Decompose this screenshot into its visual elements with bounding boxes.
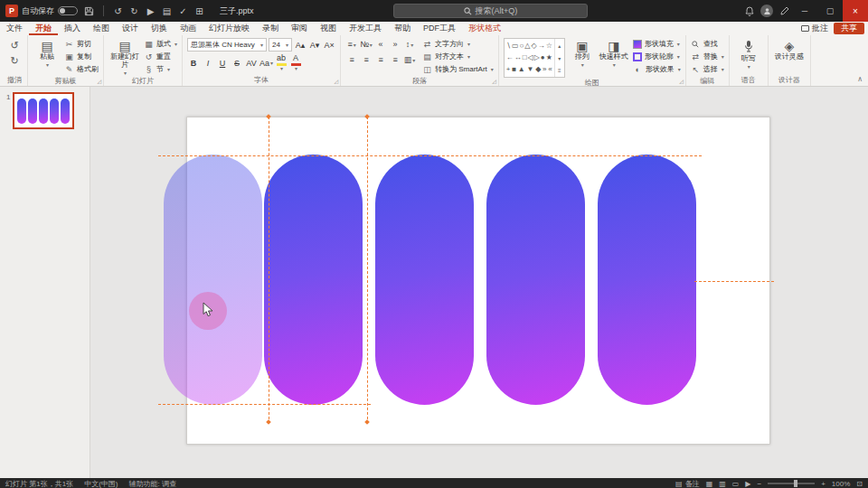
align-text-button[interactable]: ▤对齐文本 <box>422 51 494 62</box>
ribbon-tab[interactable]: 帮助 <box>388 22 417 35</box>
zoom-slider-thumb[interactable] <box>794 480 797 487</box>
strikethrough-button[interactable]: S <box>231 57 243 70</box>
ribbon-display-options-icon[interactable] <box>777 4 792 19</box>
notes-button[interactable]: ▤ 备注 <box>675 479 700 488</box>
shape-fill-button[interactable]: 形状填充 <box>633 38 681 50</box>
notifications-bell-icon[interactable] <box>741 4 757 19</box>
qat-button[interactable]: ⊞ <box>192 4 207 19</box>
quick-styles-button[interactable]: ◨ 快速样式 <box>599 38 628 68</box>
copy-button[interactable]: ▣复制 <box>64 51 99 62</box>
language-indicator[interactable]: 中文(中国) <box>84 479 118 488</box>
underline-button[interactable]: U <box>216 57 229 70</box>
replace-button[interactable]: ⇄替换 <box>691 51 724 62</box>
shape-icon[interactable]: □ <box>523 54 527 61</box>
reading-view-button[interactable]: ▭ <box>732 480 740 488</box>
ribbon-tab[interactable]: 绘图 <box>87 22 116 35</box>
ribbon-tab[interactable]: 插入 <box>58 22 87 35</box>
select-button[interactable]: ↖选择 <box>691 63 724 75</box>
gallery-scroll-down-icon[interactable]: ▾ <box>558 55 561 61</box>
shape-icon[interactable]: ● <box>541 54 545 61</box>
zoom-slider[interactable] <box>768 483 815 484</box>
font-size-combo[interactable]: 24 <box>269 38 292 52</box>
bold-button[interactable]: B <box>187 57 200 70</box>
slide-sorter-view-button[interactable]: ▥ <box>719 480 726 488</box>
save-icon[interactable] <box>81 4 97 19</box>
pill-shape-dragging[interactable] <box>164 155 262 405</box>
share-button[interactable]: 共享 <box>834 23 864 34</box>
undo-button[interactable]: ↺ <box>6 38 23 52</box>
shape-icon[interactable]: ◆ <box>535 66 541 73</box>
ribbon-tab[interactable]: 视图 <box>314 22 343 35</box>
ribbon-tab[interactable]: PDF工具 <box>417 22 462 35</box>
bullets-button[interactable]: ≡ <box>345 38 358 51</box>
italic-button[interactable]: I <box>202 57 214 70</box>
format-painter-button[interactable]: ✎格式刷 <box>64 63 99 75</box>
shape-icon[interactable]: △ <box>524 42 530 50</box>
shape-icon[interactable]: ◁ <box>528 54 533 61</box>
ribbon-tab[interactable]: 录制 <box>256 22 285 35</box>
shape-icon[interactable]: ▼ <box>527 66 534 73</box>
shape-icon[interactable]: + <box>506 66 511 73</box>
ribbon-tab[interactable]: 动画 <box>174 22 203 35</box>
shape-icon[interactable]: ∖ <box>506 42 511 50</box>
ribbon-tab[interactable]: 幻灯片放映 <box>203 22 256 35</box>
new-slide-button[interactable]: ▤ 新建幻灯片 <box>108 38 141 76</box>
ribbon-tab[interactable]: 形状格式 <box>462 22 507 35</box>
ribbon-tab[interactable]: 切换 <box>145 22 174 35</box>
zoom-level[interactable]: 100% <box>832 480 850 488</box>
user-avatar[interactable] <box>760 5 773 17</box>
convert-to-smartart-button[interactable]: ◫转换为 SmartArt <box>422 63 494 75</box>
normal-view-button[interactable]: ▦ <box>706 480 713 488</box>
shape-icon[interactable]: ▭ <box>512 42 519 50</box>
justify-button[interactable]: ≡ <box>389 53 401 66</box>
shape-icon[interactable]: ★ <box>546 54 552 61</box>
ribbon-tab[interactable]: 审阅 <box>285 22 314 35</box>
reset-button[interactable]: ↺重置 <box>144 51 177 62</box>
design-ideas-button[interactable]: ◈ 设计灵感 <box>773 38 806 61</box>
character-spacing-button[interactable]: AV <box>245 57 258 70</box>
numbering-button[interactable]: № <box>360 38 373 51</box>
shapes-gallery[interactable]: ∖▭○△◇→☆ ←↔□◁▷●★ +■▲▼◆»« ▴ ▾ ≡ <box>504 38 565 78</box>
shrink-font-button[interactable]: A▾ <box>308 39 321 52</box>
shape-icon[interactable]: ▲ <box>518 66 525 73</box>
autosave-toggle[interactable] <box>58 6 78 15</box>
collapse-ribbon-button[interactable]: ∧ <box>857 75 863 83</box>
text-direction-button[interactable]: ⇄文字方向 <box>422 38 494 50</box>
change-case-button[interactable]: Aa <box>259 57 273 70</box>
align-right-button[interactable]: ≡ <box>374 53 387 66</box>
shape-outline-button[interactable]: 形状轮廓 <box>633 51 681 62</box>
shape-icon[interactable]: » <box>542 66 546 73</box>
fit-to-window-button[interactable]: ⊡ <box>856 480 863 488</box>
shape-icon[interactable]: ↔ <box>514 54 522 61</box>
qat-button[interactable]: ▶ <box>143 4 158 19</box>
maximize-button[interactable]: ▢ <box>817 0 843 22</box>
decrease-indent-button[interactable]: « <box>374 38 387 51</box>
pill-shape[interactable] <box>486 155 585 405</box>
align-center-button[interactable]: ≡ <box>360 53 373 66</box>
paste-button[interactable]: ▤ 粘贴 <box>33 38 61 68</box>
grow-font-button[interactable]: A▴ <box>294 39 307 52</box>
slide-thumbnail[interactable] <box>13 92 74 129</box>
shape-icon[interactable]: ☆ <box>546 42 552 50</box>
find-button[interactable]: 查找 <box>691 38 718 50</box>
zoom-in-button[interactable]: + <box>821 480 826 488</box>
slide-editing-canvas[interactable] <box>90 87 868 478</box>
line-spacing-button[interactable]: ↕ <box>403 38 416 51</box>
increase-indent-button[interactable]: » <box>389 38 401 51</box>
shape-icon[interactable]: ■ <box>512 66 516 73</box>
layout-button[interactable]: ▦版式 <box>144 38 177 50</box>
shape-icon[interactable]: ○ <box>519 42 524 50</box>
qat-button[interactable]: ↺ <box>110 4 126 19</box>
redo-button[interactable]: ↻ <box>6 53 23 68</box>
slide-counter[interactable]: 幻灯片 第1张，共1张 <box>5 479 73 488</box>
pill-shape[interactable] <box>375 155 474 405</box>
pill-shape[interactable] <box>598 155 696 405</box>
gallery-scroll-up-icon[interactable]: ▴ <box>558 42 561 49</box>
shape-icon[interactable]: ◇ <box>531 42 536 50</box>
close-button[interactable]: × <box>843 0 868 22</box>
slideshow-button[interactable]: ▶ <box>745 480 750 488</box>
ribbon-tab[interactable]: 文件 <box>0 22 29 35</box>
minimize-button[interactable]: ─ <box>792 0 817 22</box>
section-button[interactable]: §节 <box>144 63 177 75</box>
zoom-out-button[interactable]: − <box>757 480 761 488</box>
